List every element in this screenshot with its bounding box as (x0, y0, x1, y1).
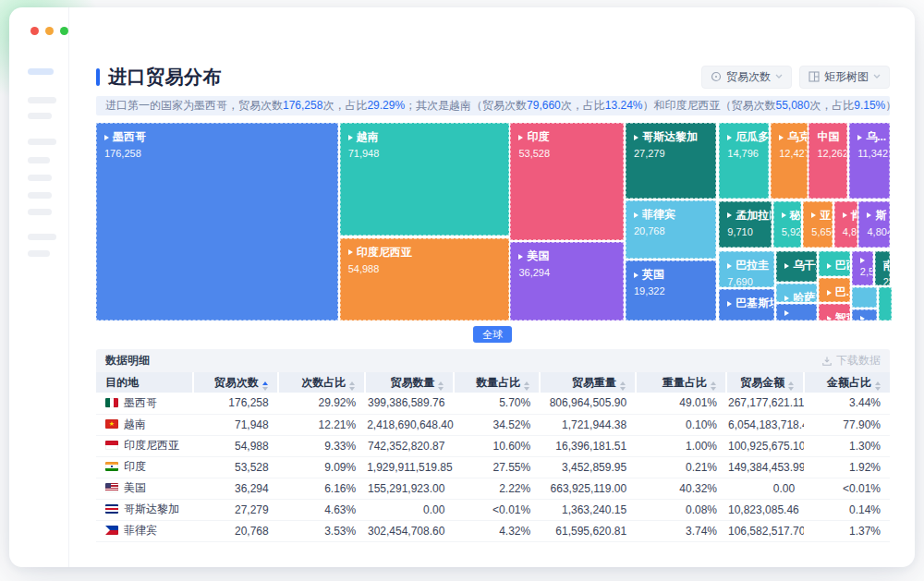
download-icon (821, 356, 833, 367)
column-header[interactable]: 贸易数量 (365, 372, 454, 393)
treemap-cell-label: 乌干达 (793, 258, 817, 273)
treemap-cell[interactable]: 斯4,804 (858, 201, 890, 248)
column-header[interactable]: 贸易金额 (726, 372, 804, 393)
drilldown-arrow-icon (867, 212, 871, 218)
sidebar-skeleton-item (28, 139, 56, 145)
drilldown-arrow-icon (518, 254, 523, 260)
treemap-cell[interactable]: 亚5,650 (803, 201, 833, 248)
treemap-cell[interactable]: 哈萨... (776, 284, 817, 302)
table-cell-value: 53,528 (193, 456, 278, 478)
treemap-cell[interactable]: 中国12,262 (808, 123, 847, 199)
treemap-cell[interactable]: 印度53,528 (510, 123, 624, 240)
flag-icon-id (105, 441, 118, 450)
treemap-cell-value: 27,279 (634, 148, 711, 159)
treemap-cell-label: 厄瓜多尔 (736, 129, 769, 145)
treemap-cell[interactable]: 越南71,948 (340, 123, 509, 236)
data-detail-panel: 数据明细 下载数据 目的地贸易次数次数占比贸易数量数量占比贸易重量重量占比贸易金… (96, 349, 890, 542)
treemap-cell-value: 7,690 (727, 276, 770, 287)
table-cell-value: 2,418,690,648.40 (365, 414, 454, 435)
treemap-cell[interactable] (852, 287, 877, 308)
flag-icon-mx (105, 398, 118, 407)
metric-selector[interactable]: 贸易次数 (701, 66, 792, 89)
table-cell-value: 3.53% (278, 520, 365, 541)
treemap-cell[interactable]: 秘鲁5,924 (773, 201, 801, 248)
treemap-cell[interactable] (879, 287, 892, 321)
download-label: 下载数据 (836, 353, 881, 369)
treemap-cell[interactable]: 美国36,294 (510, 242, 624, 321)
sidebar-skeleton-item (28, 250, 50, 257)
treemap-cell[interactable]: 巴基斯坦 (719, 289, 774, 321)
treemap-cell-value: 20,768 (634, 225, 711, 236)
column-header[interactable]: 贸易次数 (193, 372, 278, 393)
summary-segment: 进口第一的国家为墨西哥，贸易次数 (105, 99, 283, 112)
treemap-cell[interactable]: 哥斯达黎加27,279 (626, 123, 716, 199)
treemap-cell[interactable]: 英国19,322 (626, 260, 716, 321)
column-header[interactable]: 金额占比 (804, 372, 890, 393)
chevron-down-icon (775, 74, 783, 79)
column-header[interactable]: 次数占比 (278, 372, 365, 393)
global-button[interactable]: 全球 (473, 326, 512, 343)
table-cell-value: 34.52% (454, 414, 540, 435)
treemap-cell[interactable]: 巴拉圭7,690 (719, 251, 774, 287)
table-cell-value: 9.09% (278, 456, 365, 478)
drilldown-arrow-icon (348, 135, 353, 140)
table-cell-value: 1,929,911,519.85 (365, 456, 454, 478)
treemap-cell[interactable]: 巴西 (819, 251, 850, 276)
drilldown-arrow-icon (634, 212, 638, 218)
drilldown-arrow-icon (348, 249, 353, 255)
column-header[interactable]: 数量占比 (454, 372, 540, 393)
treemap-cell[interactable]: 厄瓜多尔14,796 (719, 123, 769, 199)
treemap-cell[interactable]: 乌干达 (776, 251, 817, 282)
table-row: 墨西哥176,25829.92%399,386,589.765.70%806,9… (96, 393, 890, 414)
table-cell-value: 0.00 (726, 478, 804, 499)
drilldown-arrow-icon (784, 263, 789, 269)
summary-segment: 次，占比 (809, 99, 854, 112)
summary-segment: ；其次是越南（贸易次数 (405, 99, 527, 112)
table-cell-value: 176,258 (193, 393, 278, 414)
treemap-cell-value: 14,796 (727, 148, 764, 159)
download-data-button[interactable]: 下载数据 (821, 353, 881, 369)
treemap-cell[interactable] (776, 304, 817, 321)
summary-highlight-value: 9.15% (854, 99, 885, 112)
treemap-cell[interactable]: 墨西哥176,258 (96, 123, 338, 321)
title-accent-bar (96, 68, 100, 86)
treemap-cell[interactable] (852, 309, 877, 321)
treemap-cell[interactable]: 南2,2 (875, 251, 890, 285)
treemap-cell[interactable]: 乌...11,342 (849, 123, 890, 199)
table-cell-value: 4.32% (454, 520, 540, 541)
sort-icon (262, 381, 268, 391)
treemap-cell[interactable]: 乌克兰12,427 (771, 123, 808, 199)
flag-icon-ph (105, 526, 118, 535)
table-cell-value: 1.30% (804, 435, 890, 456)
table-cell-value: 155,291,923.00 (365, 478, 454, 499)
destination-name: 印度尼西亚 (124, 439, 179, 452)
table-cell-value: 5.70% (454, 393, 540, 414)
table-cell-value: 267,177,621.11 (726, 393, 804, 414)
sort-icon (711, 381, 716, 391)
treemap-cell[interactable]: 孟加拉国9,710 (719, 201, 772, 248)
drilldown-arrow-icon (843, 212, 847, 218)
app-window: 进口贸易分布 贸易次数 矩形树图 进口第一的国家为墨西哥，贸易次数176,258… (9, 7, 915, 567)
table-cell-value: 10,823,085.46 (726, 499, 804, 520)
destination-name: 菲律宾 (124, 524, 157, 537)
table-cell-value: 663,925,119.00 (540, 478, 636, 499)
column-header[interactable]: 重量占比 (636, 372, 726, 393)
table-cell-value: 0.14% (804, 499, 890, 520)
drilldown-arrow-icon (727, 301, 732, 307)
treemap-cell-label: 巴基斯坦 (736, 296, 774, 311)
column-header[interactable]: 贸易重量 (540, 372, 636, 393)
treemap-cell-label: 巴西 (835, 258, 850, 273)
sort-icon (349, 381, 355, 391)
table-cell-value: 29.92% (278, 393, 365, 414)
treemap-cell-label: 斯 (875, 208, 886, 224)
treemap-cell[interactable]: 2,5 (852, 251, 873, 285)
treemap-cell-value: 176,258 (104, 148, 334, 159)
treemap-cell[interactable]: 印度尼西亚54,988 (340, 238, 509, 321)
treemap-cell[interactable]: 肯4,836 (834, 201, 857, 248)
treemap-cell[interactable]: 智利 (819, 304, 850, 321)
chevron-down-icon (873, 74, 881, 79)
chart-type-selector[interactable]: 矩形树图 (799, 66, 890, 89)
treemap-cell[interactable]: 巴... (819, 278, 850, 301)
treemap-cell[interactable]: 菲律宾20,768 (626, 200, 716, 259)
treemap-cell-value: 2,5 (860, 266, 869, 277)
